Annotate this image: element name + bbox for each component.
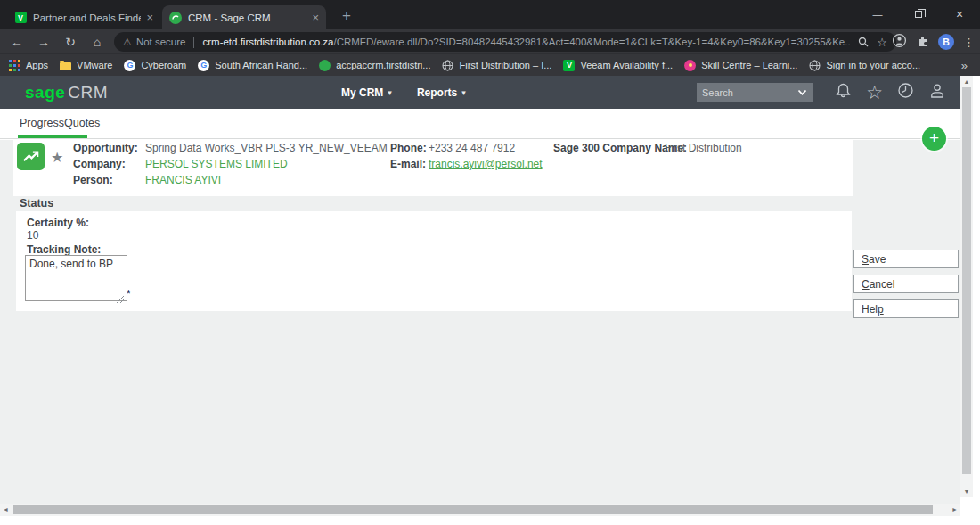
url-path: /CRMFD/eware.dll/Do?SID=80482445432981&A… — [333, 37, 850, 47]
google-favicon-icon: G — [198, 60, 209, 71]
email-link[interactable]: francis.ayivi@persol.net — [429, 158, 543, 170]
sage-crm-logo[interactable]: sageCRM — [25, 83, 108, 103]
window-restore-icon — [915, 11, 922, 18]
bookmarks-overflow-icon[interactable]: » — [961, 59, 971, 72]
bookmarks-bar: Apps VMware G Cyberoam G South African R… — [0, 53, 980, 76]
skill-centre-favicon-icon — [684, 60, 696, 71]
new-tab-button[interactable]: + — [335, 4, 358, 28]
phone-value: +233 24 487 7912 — [429, 142, 515, 154]
toolbar-right-icons: B ⋮ — [892, 32, 975, 52]
globe-icon — [442, 60, 453, 71]
tracking-note-label: Tracking Note: — [27, 243, 101, 256]
folder-icon — [60, 62, 71, 70]
opportunity-label: Opportunity: — [73, 142, 138, 154]
scroll-left-icon[interactable]: ◄ — [0, 504, 12, 516]
vertical-scrollbar[interactable]: ▲ ▼ — [960, 76, 973, 497]
browser-toolbar: ← → ↻ ⌂ ⚠ Not secure crm-etd.firstdistri… — [0, 29, 980, 53]
crm-logo-text: CRM — [68, 83, 108, 102]
search-chevron-icon[interactable] — [797, 89, 807, 96]
bookmark-veeam-availability[interactable]: V Veeam Availability f... — [563, 60, 673, 71]
reload-icon[interactable]: ↻ — [61, 32, 80, 52]
bookmark-apps[interactable]: Apps — [9, 60, 48, 71]
scroll-down-icon[interactable]: ▼ — [960, 486, 973, 497]
active-tab-underline — [18, 135, 87, 138]
chevron-down-icon: ▾ — [461, 88, 466, 97]
browser-menu-icon[interactable]: ⋮ — [963, 36, 975, 49]
bookmark-star-icon[interactable]: ☆ — [877, 36, 887, 49]
chevron-down-icon: ▾ — [388, 88, 392, 97]
add-new-button[interactable]: + — [922, 127, 946, 151]
company-link[interactable]: PERSOL SYSTEMS LIMITED — [145, 158, 288, 170]
url-host: crm-etd.firstdistribution.co.za — [202, 37, 333, 47]
sage-crm-favicon-icon — [169, 12, 182, 24]
vertical-scrollbar-thumb[interactable] — [962, 87, 971, 474]
status-section-heading: Status — [20, 197, 53, 209]
cursor-artifact: * — [127, 288, 131, 300]
profile-sync-icon[interactable] — [892, 33, 907, 52]
certainty-label: Certainty %: — [27, 217, 89, 229]
favourite-star-icon[interactable]: ★ — [51, 149, 63, 166]
crm-search-box[interactable] — [697, 83, 813, 102]
favourites-star-icon[interactable]: ☆ — [866, 84, 883, 102]
crm-header-icons: ☆ — [835, 81, 946, 103]
apps-grid-icon — [9, 60, 20, 71]
email-label: E-mail: — [390, 158, 426, 170]
window-controls: — × — [857, 0, 980, 29]
tab-progressquotes[interactable]: ProgressQuotes — [20, 117, 100, 129]
nav-my-crm[interactable]: My CRM ▾ — [341, 86, 392, 99]
certainty-value: 10 — [27, 229, 38, 242]
browser-tab-crm[interactable]: CRM - Sage CRM × — [162, 5, 326, 29]
browser-window: V Partner and Deals Finder × CRM - Sage … — [0, 0, 980, 525]
person-link[interactable]: FRANCIS AYIVI — [145, 174, 221, 186]
tab-close-icon[interactable]: × — [312, 11, 319, 24]
back-icon[interactable]: ← — [7, 32, 27, 52]
window-close-button[interactable]: × — [939, 0, 980, 29]
scroll-right-icon[interactable]: ► — [949, 504, 960, 516]
extensions-puzzle-icon[interactable] — [916, 34, 929, 51]
help-button[interactable]: Help — [853, 299, 959, 318]
horizontal-scrollbar-thumb[interactable] — [13, 505, 933, 514]
bookmark-skill-centre[interactable]: Skill Centre – Learni... — [684, 60, 797, 71]
browser-tab-partner-deals[interactable]: V Partner and Deals Finder × — [7, 5, 160, 29]
bookmark-vmware[interactable]: VMware — [60, 60, 112, 70]
google-favicon-icon: G — [124, 60, 135, 71]
cancel-button[interactable]: Cancel — [853, 275, 959, 293]
tracking-note-input[interactable]: Done, send to BP — [25, 255, 127, 301]
status-panel: Certainty %: 10 Tracking Note: Done, sen… — [16, 211, 852, 311]
veeam-favicon-icon: V — [563, 60, 575, 71]
person-label: Person: — [73, 174, 113, 186]
bookmark-cyberoam[interactable]: G Cyberoam — [124, 60, 186, 71]
bookmark-first-distribution[interactable]: First Distribution – I... — [442, 60, 551, 71]
save-button[interactable]: Save — [853, 250, 959, 268]
horizontal-scrollbar[interactable]: ◄ ► — [0, 504, 960, 516]
search-input[interactable] — [697, 87, 797, 98]
opportunity-summary-panel: ★ Opportunity: Spring Data Works_VBR PLS… — [13, 140, 853, 196]
profile-avatar[interactable]: B — [938, 34, 954, 50]
forward-icon[interactable]: → — [34, 32, 53, 52]
bookmark-south-african-rand[interactable]: G South African Rand... — [198, 60, 307, 71]
window-minimize-button[interactable]: — — [857, 0, 898, 29]
sage-favicon-icon — [319, 60, 331, 71]
sage300-company-value: First Distribution — [665, 142, 742, 154]
not-secure-label[interactable]: Not secure — [136, 37, 186, 47]
window-restore-button[interactable] — [898, 0, 939, 29]
sage-logo-text: sage — [25, 83, 65, 102]
profile-person-icon[interactable] — [928, 82, 946, 103]
scroll-up-icon[interactable]: ▲ — [960, 76, 973, 87]
recent-clock-icon[interactable] — [897, 82, 914, 103]
not-secure-warning-icon: ⚠ — [123, 37, 132, 48]
tab-close-icon[interactable]: × — [146, 11, 153, 24]
phone-label: Phone: — [390, 142, 427, 154]
zoom-search-icon[interactable] — [858, 37, 869, 47]
bookmark-sign-in[interactable]: Sign in to your acco... — [809, 60, 920, 71]
url-divider — [193, 37, 194, 48]
nav-reports[interactable]: Reports ▾ — [417, 86, 466, 99]
notifications-bell-icon[interactable] — [835, 82, 852, 103]
home-icon[interactable]: ⌂ — [87, 32, 107, 52]
tab-title: CRM - Sage CRM — [188, 12, 306, 23]
tab-title: Partner and Deals Finder — [33, 12, 141, 23]
bookmark-accpaccrm[interactable]: accpaccrm.firstdistri... — [319, 60, 430, 71]
company-label: Company: — [73, 158, 126, 170]
address-bar[interactable]: ⚠ Not secure crm-etd.firstdistribution.c… — [114, 32, 896, 52]
opportunity-value: Spring Data Works_VBR PLS-3 YR_NEW_VEEAM — [145, 142, 388, 154]
